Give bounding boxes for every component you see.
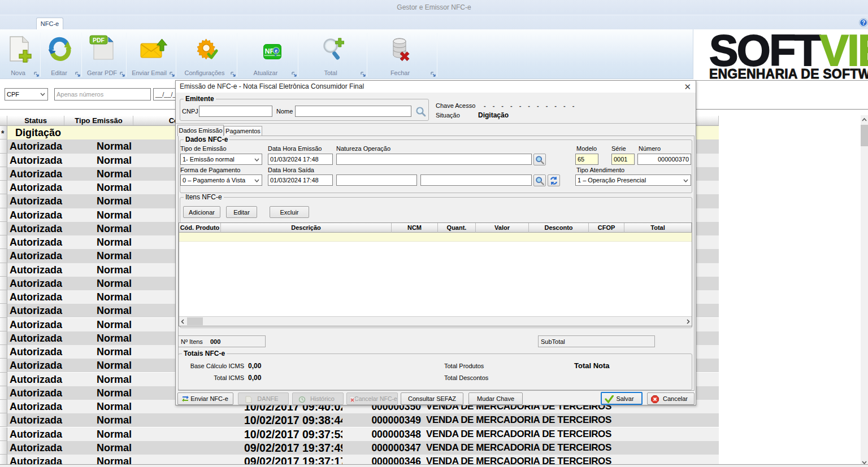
svg-text:PDF: PDF bbox=[93, 37, 105, 43]
svg-text:e: e bbox=[275, 47, 277, 54]
svg-text:?: ? bbox=[862, 20, 865, 26]
